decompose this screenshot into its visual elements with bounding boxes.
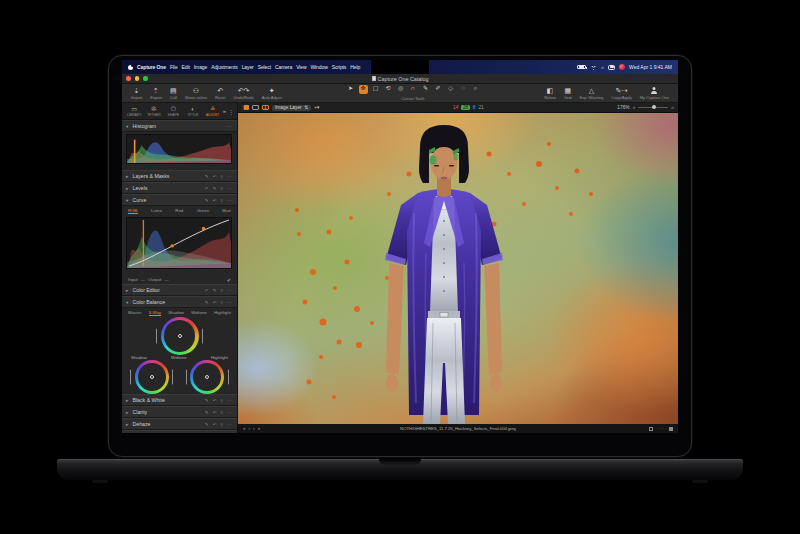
more-icon[interactable]: ⋯	[227, 300, 233, 305]
tab-shape[interactable]: ⬠SHAPE	[164, 106, 183, 117]
star-rating-icons[interactable]: · · · · ·	[655, 426, 667, 431]
more-icon[interactable]: ⋯	[227, 410, 233, 415]
reset-arrow-icon[interactable]: ↶	[213, 422, 218, 427]
curve-tab-rgb[interactable]: RGB	[128, 208, 138, 214]
brush-icon[interactable]: ✎	[205, 300, 210, 305]
multi-view-icon[interactable]	[242, 105, 249, 111]
more-icon[interactable]: ⋯	[227, 174, 233, 179]
menu-window[interactable]: Window	[310, 64, 327, 70]
cull-button[interactable]: ▤Cull	[166, 84, 181, 102]
undo-redo-button[interactable]: ↶↷Undo/Redo	[229, 84, 257, 102]
presets-icon[interactable]: ≡	[220, 288, 224, 293]
panel-header-levels[interactable]: ▸ Levels ✐ ✎ ≡ ⋯	[122, 182, 237, 194]
pan-tool[interactable]: ✥	[359, 85, 368, 94]
presets-icon[interactable]: ≡	[220, 186, 224, 191]
shadow-color-wheel[interactable]	[135, 360, 169, 394]
erase-mask-tool[interactable]: ✐	[434, 85, 443, 94]
more-icon[interactable]: ⋯	[227, 124, 233, 129]
reset-arrow-icon[interactable]: ↶	[213, 410, 218, 415]
lightness-slider[interactable]	[228, 370, 229, 385]
more-icon[interactable]: ⋯	[227, 198, 233, 203]
panel-header-clarity[interactable]: ▸ Clarity ✎ ↶ ≡ ⋯	[122, 406, 237, 418]
menu-view[interactable]: View	[296, 64, 306, 70]
more-icon[interactable]: ⋯	[227, 398, 233, 403]
tab-library[interactable]: ▭LIBRARY	[125, 106, 144, 117]
zoom-slider[interactable]	[638, 107, 668, 108]
menu-layer[interactable]: Layer	[242, 64, 254, 70]
copy-apply-button[interactable]: ✎⇢Copy/Apply	[607, 84, 635, 102]
curve-picker-icon[interactable]: ✐	[227, 277, 231, 283]
picker-icon[interactable]: ✐	[205, 186, 210, 191]
auto-adjust-button[interactable]: ✦Auto Adjust	[258, 84, 286, 102]
control-center-icon[interactable]	[608, 65, 615, 70]
menu-image[interactable]: Image	[194, 64, 207, 70]
menu-adjustments[interactable]: Adjustments	[211, 64, 237, 70]
import-button[interactable]: ⇣Import	[127, 84, 146, 102]
export-button[interactable]: ⇡Export	[146, 84, 166, 102]
radial-mask-tool[interactable]: ◌	[459, 85, 468, 94]
thumbnail-toggle-icon[interactable]	[669, 427, 673, 431]
crop-tool[interactable]: ▢	[371, 85, 380, 94]
zoom-out-icon[interactable]: ⌕	[633, 105, 636, 110]
midtone-color-wheel[interactable]	[161, 317, 199, 355]
presets-icon[interactable]: ≡	[220, 410, 224, 415]
tab-tether[interactable]: ✇TETHER	[145, 106, 164, 117]
battery-icon[interactable]	[577, 65, 586, 70]
share-online-button[interactable]: ⚇Share online	[181, 84, 211, 102]
menu-clock[interactable]: Wed Apr 1 9:41 AM	[629, 64, 672, 70]
color-tag-icon[interactable]	[649, 427, 653, 431]
brush-icon[interactable]: ✎	[213, 186, 218, 191]
layer-selector[interactable]: Image Layer⇅	[272, 105, 311, 111]
brush-icon[interactable]: ✎	[205, 422, 210, 427]
saturation-slider[interactable]	[156, 329, 157, 344]
panel-header-dehaze[interactable]: ▸ Dehaze ✎ ↶ ≡ ⋯	[122, 418, 237, 430]
cb-tab-shadow[interactable]: Shadow	[168, 310, 184, 315]
before-button[interactable]: ◧Before	[540, 84, 560, 102]
brush-icon[interactable]: ✎	[205, 398, 210, 403]
presets-icon[interactable]: ≡	[220, 422, 224, 427]
menu-scripts[interactable]: Scripts	[332, 64, 347, 70]
apple-menu-icon[interactable]	[128, 65, 133, 70]
panel-header-color-balance[interactable]: ▾ Color Balance ✎ ↶ ≡ ⋯	[122, 296, 237, 308]
curve-graph[interactable]	[122, 215, 237, 275]
grid-button[interactable]: ▦Grid	[560, 84, 576, 102]
zoom-level[interactable]: 176%	[617, 105, 629, 110]
reset-arrow-icon[interactable]: ↶	[213, 398, 218, 403]
panel-header-histogram[interactable]: ▾ Histogram ⋯	[122, 120, 237, 132]
curve-tab-blue[interactable]: Blue	[222, 208, 231, 213]
siri-icon[interactable]	[619, 64, 625, 70]
more-icon[interactable]: ⋯	[227, 288, 233, 293]
reset-button[interactable]: ↶Reset	[211, 84, 229, 102]
menu-camera[interactable]: Camera	[275, 64, 292, 70]
highlight-color-wheel[interactable]	[190, 360, 224, 394]
add-layer-button[interactable]: +▾	[314, 105, 319, 110]
panel-header-layers-masks[interactable]: ▸ Layers & Masks ✎ ↶ ≡ ⋯	[122, 170, 237, 182]
curve-tab-red[interactable]: Red	[175, 208, 183, 213]
more-icon[interactable]: ⋯	[227, 186, 233, 191]
tab-overflow-icon[interactable]: ⋮	[228, 108, 234, 115]
photo-canvas[interactable]	[238, 113, 678, 424]
spot-removal-tool[interactable]: ∩	[409, 85, 418, 94]
saturation-slider[interactable]	[186, 370, 187, 385]
exposure-warning-button[interactable]: △Exp. Warning	[575, 84, 607, 102]
cb-tab-master[interactable]: Master	[128, 310, 141, 315]
reset-arrow-icon[interactable]: ↶	[213, 198, 218, 203]
my-capture-one-button[interactable]: My Capture One	[636, 84, 673, 102]
expand-tabs-icon[interactable]: »	[223, 108, 226, 114]
rotate-tool[interactable]: ⟲	[384, 85, 393, 94]
menu-app-name[interactable]: Capture One	[137, 64, 166, 70]
cb-tab-3way[interactable]: 3-Way	[149, 310, 162, 316]
brush-icon[interactable]: ✎	[205, 198, 210, 203]
select-tool[interactable]: ➤	[346, 85, 355, 94]
picker-icon[interactable]: ✐	[205, 288, 210, 293]
more-icon[interactable]: ⋯	[227, 422, 233, 427]
reset-arrow-icon[interactable]: ↶	[213, 174, 218, 179]
presets-icon[interactable]: ≡	[220, 300, 224, 305]
draw-mask-tool[interactable]: ✎	[421, 85, 430, 94]
panel-header-curve[interactable]: ▾ Curve ✎ ↶ ≡ ⋯	[122, 194, 237, 206]
presets-icon[interactable]: ≡	[220, 198, 224, 203]
presets-icon[interactable]: ≡	[220, 174, 224, 179]
saturation-slider[interactable]	[130, 370, 131, 385]
panel-header-color-editor[interactable]: ▸ Color Editor ✐ ✎ ≡ ⋯	[122, 284, 237, 296]
menu-edit[interactable]: Edit	[182, 64, 190, 70]
